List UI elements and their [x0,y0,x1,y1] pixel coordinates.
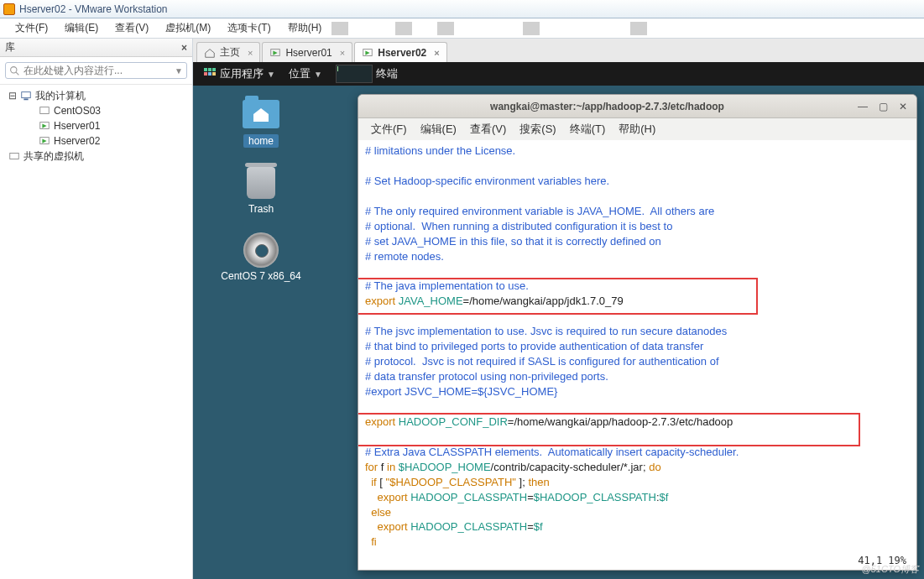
tree-item-hserver01[interactable]: Hserver01 [8,118,192,133]
vmware-icon [3,3,15,15]
tree-item-label: CentOS03 [54,105,101,117]
desktop-disc[interactable]: CentOS 7 x86_64 [215,233,307,282]
divider [630,22,647,35]
tree-item-label: Hserver01 [54,120,100,132]
window-title: Hserver02 - VMware Workstation [19,3,168,15]
tab-home[interactable]: 主页 × [196,42,260,62]
collapse-icon[interactable]: ⊟ [8,90,17,102]
maximize-icon[interactable]: ▢ [876,101,890,112]
desktop-disc-label: CentOS 7 x86_64 [221,270,300,282]
titlebar: Hserver02 - VMware Workstation [0,0,924,18]
tab-label: Hserver02 [378,47,426,59]
close-icon[interactable]: × [340,48,345,58]
term-menu-help[interactable]: 帮助(H) [614,122,660,137]
tree-root[interactable]: ⊟ 我的计算机 [8,88,192,103]
close-icon[interactable]: × [434,48,439,58]
guest-topbar: 应用程序 ▼ 位置 ▼ 终端 [193,62,924,86]
computer-icon [20,90,32,102]
vm-running-icon [39,120,50,132]
term-menu-view[interactable]: 查看(V) [466,122,510,137]
tab-label: 主页 [220,45,240,60]
desktop-home-label: home [243,134,279,148]
revert-icon[interactable] [502,20,519,37]
svg-marker-28 [42,138,46,143]
highlight-box-2 [358,413,860,446]
divider [523,22,540,35]
terminal-body[interactable]: # limitations under the License. # Set H… [358,140,916,570]
desktop-icons: home Trash CentOS 7 x86_64 [215,97,307,300]
guest-terminal-task[interactable]: 终端 [331,65,403,83]
tree-item-centos03[interactable]: CentOS03 [8,103,192,118]
tree-root-label: 我的计算机 [35,89,86,103]
term-menu-term[interactable]: 终端(T) [566,122,610,137]
svg-rect-39 [212,72,216,76]
play-icon[interactable] [374,20,391,37]
tree-shared[interactable]: 共享的虚拟机 [8,149,192,164]
home-icon [204,47,216,59]
disc-icon [243,232,279,268]
desktop-home[interactable]: home [215,97,307,148]
shared-icon [8,150,20,162]
guest-places-menu[interactable]: 位置 ▼ [284,66,327,81]
vm-viewport: 主页 × Hserver01 × Hserver02 × 应用程序 ▼ 位 [193,39,924,579]
layout-1-icon[interactable] [544,20,561,37]
divider [395,22,412,35]
svg-marker-26 [42,123,46,128]
fullscreen-icon[interactable] [651,20,668,37]
search-box[interactable]: ▼ [5,62,187,79]
svg-rect-35 [208,68,211,71]
tab-hserver01[interactable]: Hserver01 × [262,42,352,62]
menubar: 文件(F) 编辑(E) 查看(V) 虚拟机(M) 选项卡(T) 帮助(H) [0,18,924,39]
unity-icon[interactable] [609,20,626,37]
search-input[interactable] [23,65,175,76]
svg-rect-36 [212,68,216,71]
close-icon[interactable]: ✕ [896,101,910,112]
tree-item-label: Hserver02 [54,135,100,147]
divider [437,22,454,35]
svg-rect-23 [23,99,28,101]
dropdown-icon[interactable]: ▼ [175,66,183,76]
term-menu-search[interactable]: 搜索(S) [515,122,560,137]
guest-apps-label: 应用程序 [220,66,264,81]
minimize-icon[interactable]: — [856,101,869,112]
term-menu-file[interactable]: 文件(F) [367,122,411,137]
vm-icon [39,105,50,117]
send-keys-icon[interactable] [416,20,433,37]
tab-hserver02[interactable]: Hserver02 × [354,42,447,62]
library-tree: ⊟ 我的计算机 CentOS03 Hserver01 Hserver02 共享的… [0,85,192,167]
close-icon[interactable]: × [248,48,253,58]
close-icon[interactable]: × [181,42,187,54]
svg-rect-24 [40,107,50,114]
svg-rect-29 [10,154,19,159]
layout-grid-icon[interactable] [587,20,604,37]
vm-tabs: 主页 × Hserver01 × Hserver02 × [193,39,924,62]
terminal-content: # limitations under the License. # Set H… [365,143,910,550]
term-menu-edit[interactable]: 编辑(E) [416,122,461,137]
trash-icon [247,167,275,199]
menu-help[interactable]: 帮助(H) [279,21,331,35]
chevron-down-icon: ▼ [314,70,322,79]
svg-rect-34 [204,68,207,71]
menu-file[interactable]: 文件(F) [7,21,56,35]
library-title: 库 [5,40,15,55]
svg-point-20 [11,66,17,72]
terminal-titlebar[interactable]: wangkai@master:~/app/hadoop-2.7.3/etc/ha… [358,95,916,118]
library-panel: 库 × ▼ ⊟ 我的计算机 CentOS03 Hserver01 [0,39,193,579]
menu-tabs[interactable]: 选项卡(T) [219,21,279,35]
guest-apps-menu[interactable]: 应用程序 ▼ [198,66,280,81]
menu-edit[interactable]: 编辑(E) [56,21,107,35]
menu-vm[interactable]: 虚拟机(M) [157,21,219,35]
vm-running-icon [39,135,50,147]
svg-marker-31 [274,50,278,55]
menu-view[interactable]: 查看(V) [107,21,157,35]
layout-2-icon[interactable] [566,20,582,37]
snapshot-manager-icon[interactable] [480,20,497,37]
pause-icon[interactable] [352,20,369,37]
terminal-title: wangkai@master:~/app/hadoop-2.7.3/etc/ha… [365,101,849,112]
desktop-trash[interactable]: Trash [215,166,307,215]
svg-rect-37 [204,72,207,76]
terminal-window: wangkai@master:~/app/hadoop-2.7.3/etc/ha… [358,94,917,571]
svg-rect-22 [22,92,31,98]
tree-item-hserver02[interactable]: Hserver02 [8,133,192,149]
snapshot-icon[interactable] [458,20,475,37]
